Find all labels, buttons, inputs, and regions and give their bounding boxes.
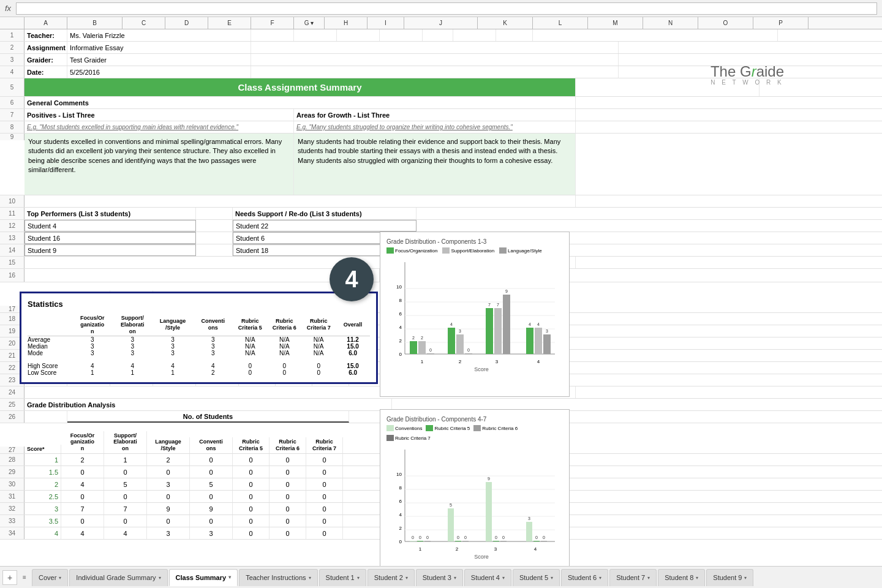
cell-b2[interactable]: Informative Essay	[67, 42, 251, 53]
row-9: 9 Your students excelled in conventions …	[0, 134, 882, 195]
cell-a4[interactable]: Date:	[24, 66, 67, 78]
cell-a3[interactable]: Graider:	[24, 54, 67, 66]
cell-a2[interactable]: Assignment	[24, 42, 67, 53]
tab-add-button[interactable]: +	[2, 570, 17, 585]
cell-f1[interactable]	[380, 29, 423, 41]
gda-25-rc7: 0	[306, 491, 343, 502]
cell-e1[interactable]	[337, 29, 380, 41]
cell-rest-4[interactable]	[251, 66, 619, 78]
svg-text:4: 4	[529, 322, 531, 326]
stat-avg-v2: 3	[112, 336, 152, 344]
col-header-p[interactable]: P	[753, 17, 809, 29]
col-header-l[interactable]: L	[533, 17, 588, 29]
tab-teacher-instructions[interactable]: Teacher Instructions ▾	[239, 569, 317, 586]
positives-text[interactable]: Your students excelled in conventions an…	[24, 134, 294, 195]
cell-16[interactable]	[24, 269, 380, 282]
stat-high-v3: 4	[153, 363, 193, 369]
col-header-a[interactable]: A	[24, 17, 67, 29]
legend-lang-color	[499, 247, 507, 254]
legend-rc5: Rubric Criteria 5	[426, 425, 470, 431]
gda-2-conv: 5	[190, 478, 233, 490]
top-student-3[interactable]: Student 9	[24, 244, 196, 256]
statistics-table: Focus/Or ganizatio n Support/ Elaborati …	[28, 314, 370, 376]
tab-student-7[interactable]: Student 7 ▾	[609, 569, 657, 586]
svg-text:5: 5	[450, 503, 452, 507]
tab-student-4[interactable]: Student 4 ▾	[464, 569, 511, 586]
tab-s8-arrow: ▾	[696, 575, 698, 581]
cell-g1[interactable]	[423, 29, 453, 41]
cell-i1[interactable]	[496, 29, 533, 41]
tab-student-1[interactable]: Student 1 ▾	[319, 569, 366, 586]
gda-heading: Grade Distribution Analysis	[24, 399, 392, 410]
col-header-h[interactable]: H	[325, 17, 368, 29]
legend-support: Support/Elaboration	[442, 247, 494, 254]
tab-student-5[interactable]: Student 5 ▾	[513, 569, 560, 586]
cell-h1[interactable]	[453, 29, 496, 41]
row-num-1: 1	[0, 29, 24, 41]
cell-12-gap[interactable]	[196, 220, 233, 232]
tab-class-summary[interactable]: Class Summary ▾	[169, 569, 238, 586]
tab-student-9[interactable]: Student 9 ▾	[706, 569, 753, 586]
cell-14-gap[interactable]	[196, 244, 233, 256]
top-student-1[interactable]: Student 4	[24, 220, 196, 232]
stat-th-focus: Focus/Or ganizatio n	[72, 314, 113, 336]
cell-c1[interactable]	[251, 29, 294, 41]
col-header-m[interactable]: M	[588, 17, 643, 29]
svg-text:4: 4	[537, 322, 540, 326]
cell-13-gap[interactable]	[196, 232, 233, 244]
cell-d1[interactable]	[294, 29, 337, 41]
formula-input[interactable]	[16, 2, 877, 15]
col-header-j[interactable]: J	[404, 17, 478, 29]
c2-bar-2-rc6	[462, 541, 469, 541]
areas-text[interactable]: Many students had trouble relating their…	[294, 134, 576, 195]
cell-rest-2[interactable]	[251, 42, 619, 53]
cell-26-a[interactable]	[24, 411, 67, 423]
gda-hdr-rc6: Rubric Criteria 6	[270, 437, 306, 453]
tab-cover[interactable]: Cover ▾	[32, 569, 68, 586]
cell-rest-3[interactable]	[251, 54, 619, 66]
tab-individual-grade-summary[interactable]: Individual Grade Summary ▾	[69, 569, 167, 586]
row-num-25: 25	[0, 399, 24, 410]
cell-b3[interactable]: Test Graider	[67, 54, 251, 66]
col-header-n[interactable]: N	[643, 17, 698, 29]
tab-cover-label: Cover	[39, 574, 56, 581]
bar-2-focus	[448, 328, 455, 354]
cell-b1[interactable]: Ms. Valeria Frizzle	[67, 29, 251, 41]
col-header-d[interactable]: D	[165, 17, 208, 29]
cell-b4[interactable]: 5/25/2016	[67, 66, 251, 78]
legend-rc6-label: Rubric Criteria 6	[482, 426, 518, 431]
stat-mode-v4: 3	[193, 350, 233, 356]
tab-cs-arrow: ▾	[228, 575, 231, 580]
cell-a1[interactable]: Teacher:	[24, 29, 67, 41]
svg-text:0: 0	[399, 539, 402, 545]
col-header-b[interactable]: B	[67, 17, 123, 29]
spreadsheet-area[interactable]: 1 Teacher: Ms. Valeria Frizzle	[0, 29, 882, 566]
tab-student-3[interactable]: Student 3 ▾	[416, 569, 463, 586]
gda-25-lang: 0	[147, 491, 190, 502]
tab-student-6[interactable]: Student 6 ▾	[561, 569, 608, 586]
tab-s1-label: Student 1	[326, 574, 355, 581]
legend-focus-label: Focus/Organization	[395, 248, 437, 254]
stat-avg-v3: 3	[153, 336, 193, 344]
svg-text:2: 2	[399, 526, 402, 531]
top-student-2[interactable]: Student 16	[24, 232, 196, 244]
gda-score-1: 1	[24, 454, 61, 466]
col-header-e[interactable]: E	[208, 17, 251, 29]
chart2-container: Grade Distribution - Components 4-7 Conv…	[380, 409, 570, 566]
stat-mode-v3: 3	[153, 350, 193, 356]
col-header-i[interactable]: I	[368, 17, 404, 29]
col-header-o[interactable]: O	[698, 17, 753, 29]
col-header-f[interactable]: F	[251, 17, 294, 29]
col-header-g[interactable]: G ▾	[294, 17, 325, 29]
tab-student-8[interactable]: Student 8 ▾	[658, 569, 705, 586]
stat-high-v6: 0	[267, 363, 301, 369]
cell-11-gap[interactable]	[196, 208, 233, 219]
tab-list-button[interactable]: ≡	[18, 571, 31, 584]
col-header-k[interactable]: K	[478, 17, 533, 29]
tab-student-2[interactable]: Student 2 ▾	[368, 569, 415, 586]
col-header-c[interactable]: C	[123, 17, 165, 29]
chart1-container: Grade Distribution - Components 1-3 Focu…	[380, 232, 570, 397]
needs-student-1[interactable]: Student 22	[233, 220, 417, 232]
tab-s5-arrow: ▾	[551, 575, 553, 581]
cell-10[interactable]	[24, 195, 576, 207]
